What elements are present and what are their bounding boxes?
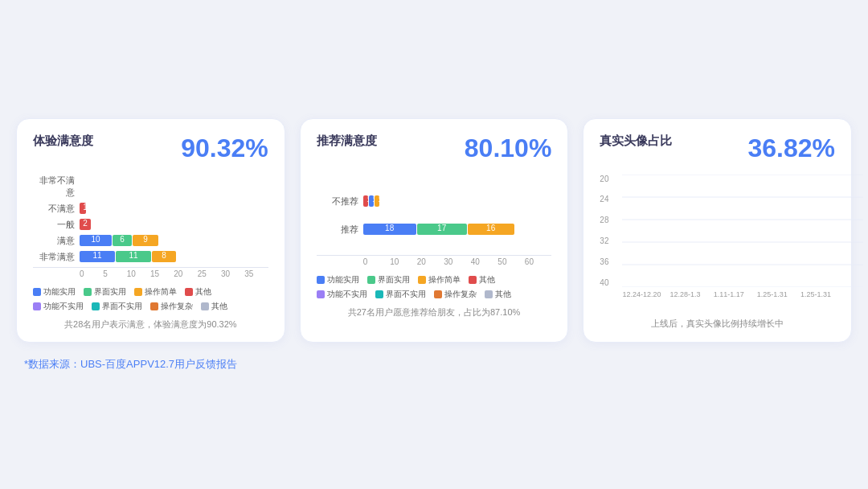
satisfaction-chart: 非常不满意 不满意 1 一般 xyxy=(33,175,268,278)
hbar-row-r0: 不推荐 1 1 1 xyxy=(317,195,552,208)
legend-1: 功能实用 界面实用 操作简单 其他 功能不实用 界面不实用 操作复杂 其他 xyxy=(33,286,268,312)
axis-line-1 xyxy=(33,267,268,268)
hbar-segs-3: 10 6 9 xyxy=(80,235,158,246)
hbar-label-4: 非常满意 xyxy=(33,251,75,263)
legend-dot xyxy=(185,288,193,296)
seg-1-1: 1 xyxy=(80,203,86,214)
vbar-xlabel-1: 12.28-1.3 xyxy=(665,290,704,298)
legend-item: 功能不实用 xyxy=(33,301,84,312)
legend-dot xyxy=(84,288,92,296)
legend-item: 操作复杂 xyxy=(434,289,477,300)
legend-dot xyxy=(33,288,41,296)
hbar-label-3: 满意 xyxy=(33,235,75,247)
hbar-row-2: 一般 2 xyxy=(33,219,268,231)
card-header-1: 体验满意度 90.32% xyxy=(33,134,268,163)
recommend-footer: 共27名用户愿意推荐给朋友，占比为87.10% xyxy=(317,306,552,318)
avatar-percent: 36.82% xyxy=(747,134,835,163)
hbar-segs-2: 2 xyxy=(80,219,91,230)
card-header-2: 推荐满意度 80.10% xyxy=(317,134,552,163)
seg-3-1: 10 xyxy=(80,235,112,246)
vbar-inner: 40 36 32 28 24 20 xyxy=(600,175,835,287)
seg-r1-2: 17 xyxy=(417,224,467,235)
legend-item: 功能实用 xyxy=(317,274,359,286)
seg-r1-1: 18 xyxy=(363,224,416,235)
legend-dot xyxy=(33,302,41,310)
avatar-title: 真实头像占比 xyxy=(600,134,672,149)
axis-labels-2: 0 10 20 30 40 50 60 xyxy=(363,257,552,266)
legend-dot xyxy=(375,290,383,298)
vbar-xlabel-4: 1.25-1.31 xyxy=(796,290,835,298)
source-text: *数据来源：UBS-百度APPV12.7用户反馈报告 xyxy=(16,357,852,372)
axis-line-2 xyxy=(317,255,552,256)
avatar-card: 真实头像占比 36.82% 40 36 xyxy=(583,118,852,343)
recommend-percent: 80.10% xyxy=(465,134,552,163)
legend-dot xyxy=(150,302,158,310)
legend-dot xyxy=(469,276,477,284)
seg-2-1: 2 xyxy=(80,219,91,230)
vbar-xlabel-3: 1.25-1.31 xyxy=(753,290,792,298)
hbar-segs-4: 11 11 8 xyxy=(80,251,176,262)
legend-item: 界面实用 xyxy=(367,274,410,286)
recommend-title: 推荐满意度 xyxy=(317,134,377,149)
satisfaction-percent: 90.32% xyxy=(181,134,268,163)
seg-r0-3: 1 xyxy=(375,195,379,207)
legend-item: 其他 xyxy=(485,289,511,300)
legend-dot xyxy=(92,302,100,310)
legend-item: 其他 xyxy=(469,274,495,286)
hbar-segs-1: 1 xyxy=(80,203,86,214)
legend-item: 界面不实用 xyxy=(375,289,426,300)
seg-4-2: 11 xyxy=(116,251,151,262)
hbar-row-r1: 推荐 18 17 16 xyxy=(317,224,552,236)
legend-item: 操作简单 xyxy=(134,286,177,298)
hbar-row-3: 满意 10 6 9 xyxy=(33,235,268,247)
legend-dot xyxy=(317,276,325,284)
legend-item: 界面实用 xyxy=(84,286,126,298)
avatar-chart: 40 36 32 28 24 20 xyxy=(600,175,835,311)
recommend-card: 推荐满意度 80.10% 不推荐 1 1 1 xyxy=(300,118,569,343)
vbar-xlabel-2: 1.11-1.17 xyxy=(710,290,748,298)
recommend-chart: 不推荐 1 1 1 推荐 xyxy=(317,195,552,266)
hbar-label-1: 不满意 xyxy=(33,203,75,215)
hbar-row-1: 不满意 1 xyxy=(33,203,268,215)
legend-dot xyxy=(367,276,375,284)
seg-r0-1: 1 xyxy=(363,195,368,207)
hbar-segs-r0: 1 1 1 xyxy=(363,195,379,207)
legend-item: 操作简单 xyxy=(418,274,461,286)
hbar-segs-r1: 18 17 16 xyxy=(363,224,514,235)
legend-dot xyxy=(317,290,325,298)
hbar-label-r1: 推荐 xyxy=(317,224,358,236)
legend-item: 其他 xyxy=(201,301,227,312)
satisfaction-footer: 共28名用户表示满意，体验满意度为90.32% xyxy=(33,318,268,331)
hbar-label-2: 一般 xyxy=(33,219,75,231)
legend-item: 功能不实用 xyxy=(317,289,367,300)
hbar-label-0: 非常不满意 xyxy=(33,175,75,199)
seg-r1-3: 16 xyxy=(468,224,514,235)
legend-2: 功能实用 界面实用 操作简单 其他 功能不实用 界面不实用 操作复杂 其他 xyxy=(317,274,552,300)
legend-dot xyxy=(485,290,493,298)
seg-4-1: 11 xyxy=(80,251,115,262)
avatar-footer: 上线后，真实头像比例持续增长中 xyxy=(600,318,835,330)
legend-item: 界面不实用 xyxy=(92,301,142,312)
satisfaction-card: 体验满意度 90.32% 非常不满意 不满意 1 xyxy=(16,118,285,343)
legend-dot xyxy=(418,276,426,284)
seg-r0-2: 1 xyxy=(369,195,374,207)
hbar-row-4: 非常满意 11 11 8 xyxy=(33,251,268,263)
vbar-y-labels: 40 36 32 28 24 20 xyxy=(600,175,608,287)
satisfaction-title: 体验满意度 xyxy=(33,134,93,149)
card-header-3: 真实头像占比 36.82% xyxy=(600,134,835,163)
axis-labels-1: 0 5 10 15 20 25 30 35 xyxy=(80,269,268,278)
hbar-label-r0: 不推荐 xyxy=(317,195,358,208)
legend-dot xyxy=(434,290,442,298)
hbar-row-0: 非常不满意 xyxy=(33,175,268,199)
vbar-xlabel-0: 12.24-12.20 xyxy=(622,290,661,298)
legend-dot xyxy=(201,302,209,310)
legend-item: 功能实用 xyxy=(33,286,76,298)
seg-4-3: 8 xyxy=(152,251,176,262)
legend-item: 其他 xyxy=(185,286,211,298)
seg-3-2: 6 xyxy=(113,235,132,246)
legend-dot xyxy=(134,288,142,296)
legend-item: 操作复杂 xyxy=(150,301,193,312)
y-grid-lines xyxy=(622,175,863,287)
cards-row: 体验满意度 90.32% 非常不满意 不满意 1 xyxy=(16,118,852,343)
vbar-x-labels: 12.24-12.20 12.28-1.3 1.11-1.17 1.25-1.3… xyxy=(600,290,835,298)
